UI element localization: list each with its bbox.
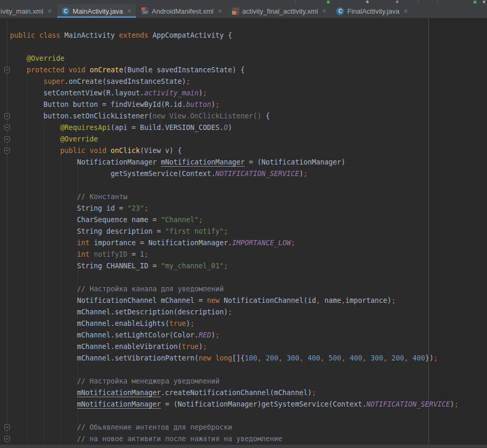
ide-window: ivity_main.xml×CMainActivity.java×MFAndr… bbox=[0, 0, 487, 448]
tab-close-icon[interactable]: × bbox=[48, 7, 52, 15]
code-line: // Настройка менеджера уведомлений bbox=[10, 376, 487, 387]
code-line bbox=[10, 410, 487, 422]
code-line: super.onCreate(savedInstanceState); bbox=[10, 76, 487, 88]
code-line: public void onClick(View v) { bbox=[10, 145, 487, 157]
code-line: mNotificationManager.createNotificationC… bbox=[10, 387, 487, 399]
code-line bbox=[10, 364, 487, 376]
tab-ivity-main-xml[interactable]: ivity_main.xml× bbox=[0, 4, 57, 18]
code-line: public class MainActivity extends AppCom… bbox=[10, 30, 487, 41]
code-line bbox=[10, 41, 487, 53]
tab-label: MainActivity.java bbox=[73, 7, 123, 15]
tab-finalacttivity-java[interactable]: CFinalActtivity.java× bbox=[331, 4, 413, 18]
java-class-icon: C bbox=[336, 7, 344, 15]
tab-androidmanifest-xml[interactable]: MFAndroidManifest.xml× bbox=[136, 4, 227, 18]
tab-close-icon[interactable]: × bbox=[127, 7, 131, 15]
tab-close-icon[interactable]: × bbox=[322, 7, 326, 15]
code-line: // на новое активити после нажатия на ув… bbox=[10, 433, 487, 444]
code-line: getSystemService(Context.NOTIFICATION_SE… bbox=[10, 168, 487, 180]
fold-marker[interactable]: − bbox=[4, 436, 10, 442]
code-line: // Обьявление интентов для переброски bbox=[10, 422, 487, 433]
code-line: mChannel.setVibrationPattern(new long[]{… bbox=[10, 353, 487, 364]
code-line: mChannel.enableLights(true); bbox=[10, 318, 487, 330]
device-widget[interactable] bbox=[437, 0, 487, 4]
run-configuration-widget[interactable] bbox=[295, 0, 419, 4]
tab-label: activity_final_acttivity.xml bbox=[242, 7, 318, 15]
java-class-icon: C bbox=[62, 7, 70, 15]
xml-layout-file-icon bbox=[232, 7, 239, 15]
code-line: int importance = NotificationManager.IMP… bbox=[10, 237, 487, 249]
code-line: @Override bbox=[10, 134, 487, 145]
code-editor[interactable]: public class MainActivity extends AppCom… bbox=[0, 18, 487, 444]
code-line: mNotificationManager = (NotificationMana… bbox=[10, 399, 487, 410]
tab-activity-final-acttivity-xml[interactable]: activity_final_acttivity.xml× bbox=[227, 4, 331, 18]
tool-window-bar: TODOProblemsTerminalLogcatBuildProfilerA… bbox=[0, 444, 487, 448]
tab-mainactivity-java[interactable]: CMainActivity.java× bbox=[57, 4, 136, 18]
code-line: mChannel.setDescription(description); bbox=[10, 307, 487, 318]
fold-marker[interactable]: − bbox=[4, 148, 10, 154]
fold-marker[interactable]: − bbox=[4, 113, 10, 119]
code-line: @RequiresApi(api = Build.VERSION_CODES.O… bbox=[10, 122, 487, 134]
code-line: NotificationChannel mChannel = new Notif… bbox=[10, 295, 487, 307]
tab-label: FinalActtivity.java bbox=[347, 7, 399, 15]
editor-tab-bar: ivity_main.xml×CMainActivity.java×MFAndr… bbox=[0, 4, 487, 18]
code-line: String id = "23"; bbox=[10, 203, 487, 214]
toolbar-glyph[interactable] bbox=[396, 1, 399, 3]
code-line: setContentView(R.layout.activity_main); bbox=[10, 88, 487, 99]
fold-marker[interactable]: − bbox=[4, 125, 10, 131]
code-line: // Константы bbox=[10, 191, 487, 203]
main-toolbar-strip bbox=[0, 0, 487, 4]
run-icon[interactable] bbox=[327, 1, 330, 4]
code-line: mChannel.enableVibration(true); bbox=[10, 341, 487, 353]
code-line: Button button = findViewById(R.id.button… bbox=[10, 99, 487, 111]
toolbar-glyph[interactable] bbox=[483, 1, 485, 3]
fold-marker[interactable]: − bbox=[4, 67, 10, 73]
toolbar-glyph[interactable] bbox=[366, 1, 369, 3]
manifest-file-icon: MF bbox=[141, 7, 149, 15]
tab-label: AndroidManifest.xml bbox=[152, 7, 214, 15]
code-line: CharSequence name = "Channel"; bbox=[10, 214, 487, 226]
code-line: int notifyID = 1; bbox=[10, 249, 487, 260]
tab-label: ivity_main.xml bbox=[1, 7, 43, 15]
code-line: String CHANNEL_ID = "my_channel_01"; bbox=[10, 260, 487, 272]
status-dot-icon bbox=[473, 1, 477, 4]
tab-close-icon[interactable]: × bbox=[404, 7, 408, 15]
code-line: NotificationManager mNotificationManager… bbox=[10, 157, 487, 168]
fold-marker[interactable]: − bbox=[4, 136, 10, 143]
tab-close-icon[interactable]: × bbox=[218, 7, 222, 15]
fold-marker[interactable]: − bbox=[4, 424, 10, 431]
code-area[interactable]: public class MainActivity extends AppCom… bbox=[0, 18, 487, 444]
code-line bbox=[10, 272, 487, 283]
code-line bbox=[10, 180, 487, 191]
code-line: String description = "first notify"; bbox=[10, 226, 487, 237]
code-line: // Настройка канала для уведомлений bbox=[10, 283, 487, 295]
code-line: @Override bbox=[10, 53, 487, 64]
code-line: button.setOnClickListener(new View.OnCli… bbox=[10, 111, 487, 122]
code-line: protected void onCreate(Bundle savedInst… bbox=[10, 64, 487, 76]
code-line: mChannel.setLightColor(Color.RED); bbox=[10, 330, 487, 341]
